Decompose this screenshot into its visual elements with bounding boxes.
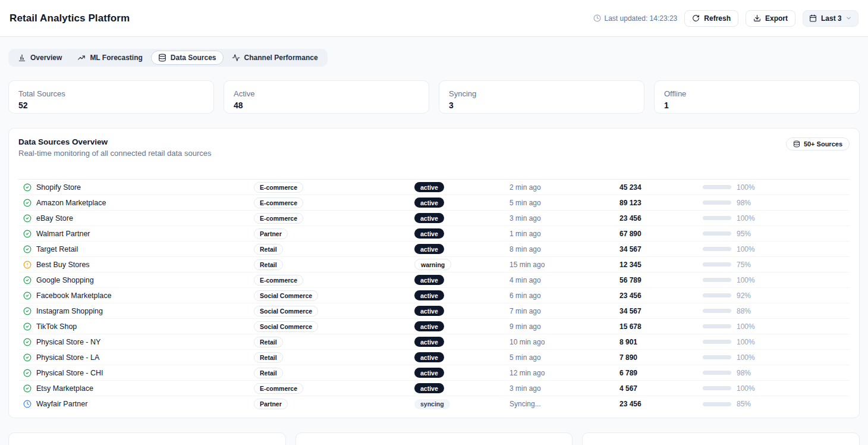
- source-name-cell: Walmart Partner: [23, 230, 254, 238]
- health-bar-track: [703, 324, 731, 328]
- records-cell: 67 890: [619, 230, 703, 238]
- tab-overview[interactable]: Overview: [11, 51, 69, 65]
- source-name-cell: Wayfair Partner: [23, 400, 254, 408]
- status-badge: active: [414, 290, 444, 300]
- health-percent: 100%: [737, 245, 755, 253]
- records-cell: 56 789: [619, 276, 703, 284]
- source-name: Instagram Shopping: [36, 307, 103, 315]
- category-cell: Retail: [254, 368, 414, 378]
- last-sync-cell: 6 min ago: [510, 292, 619, 300]
- last-sync-cell: 12 min ago: [510, 369, 619, 377]
- export-button[interactable]: Export: [746, 10, 795, 27]
- date-range-select[interactable]: Last 30 da: [803, 10, 858, 27]
- check-circle-icon: [23, 292, 32, 300]
- table-row: Physical Store - LA Retail active 5 min …: [18, 350, 850, 365]
- stat-label: Active: [234, 89, 419, 98]
- health-cell: 98%: [703, 369, 850, 377]
- table-body: Shopify Store E-commerce active 2 min ag…: [18, 180, 850, 412]
- health-cell: 92%: [703, 292, 850, 300]
- source-name-cell: Amazon Marketplace: [23, 199, 254, 207]
- category-pill: E-commerce: [254, 275, 303, 286]
- status-cell: active: [414, 182, 510, 192]
- check-circle-icon: [23, 338, 32, 346]
- card-title: Data Sources Overview: [18, 137, 211, 146]
- health-bar-track: [703, 231, 731, 236]
- status-badge: warning: [414, 259, 451, 270]
- tab-ml-forecasting[interactable]: ML Forecasting: [70, 51, 149, 65]
- last-sync-cell: 2 min ago: [510, 183, 619, 192]
- status-cell: active: [414, 306, 510, 316]
- health-cell: 100%: [703, 353, 850, 362]
- health-cell: 100%: [703, 338, 850, 346]
- health-bar-track: [703, 278, 731, 282]
- health-bar-track: [703, 200, 731, 205]
- check-circle-icon: [23, 353, 32, 362]
- health-percent: 100%: [737, 353, 755, 362]
- tab-label: ML Forecasting: [90, 54, 142, 62]
- tab-data-sources[interactable]: Data Sources: [151, 51, 224, 65]
- status-cell: active: [414, 352, 510, 362]
- chevron-down-icon: [845, 15, 852, 21]
- table-row: Best Buy Stores Retail warning 15 min ag…: [18, 257, 850, 272]
- source-name-cell: Physical Store - NY: [23, 338, 254, 346]
- trending-up-icon: [77, 54, 86, 62]
- table-row: Wayfair Partner Partner syncing Syncing.…: [18, 396, 850, 412]
- category-cell: E-commerce: [254, 198, 414, 208]
- category-cell: E-commerce: [254, 275, 414, 286]
- stat-value: 1: [664, 101, 850, 110]
- tab-channel-performance[interactable]: Channel Performance: [225, 51, 325, 65]
- health-cell: 100%: [703, 322, 850, 331]
- main-content: Overview ML Forecasting Data Sources: [0, 37, 868, 445]
- health-cell: 75%: [703, 261, 850, 269]
- records-cell: 23 456: [619, 214, 703, 223]
- health-cell: 100%: [703, 245, 850, 253]
- table-row: Walmart Partner Partner active 1 min ago…: [18, 226, 850, 242]
- table-row: Physical Store - CHI Retail active 12 mi…: [18, 365, 850, 381]
- last-sync-cell: 1 min ago: [510, 230, 619, 238]
- table-header-row: [18, 174, 850, 180]
- category-cell: Social Commerce: [254, 290, 414, 301]
- table-row: eBay Store E-commerce active 3 min ago 2…: [18, 211, 850, 226]
- check-circle-icon: [23, 199, 32, 207]
- status-badge: active: [414, 383, 444, 393]
- category-pill: Partner: [254, 399, 288, 409]
- status-cell: active: [414, 244, 510, 254]
- source-name: Google Shopping: [36, 276, 94, 284]
- category-pill: Retail: [254, 368, 283, 378]
- check-circle-icon: [23, 322, 32, 331]
- status-badge: active: [414, 244, 444, 254]
- check-circle-icon: [23, 230, 32, 238]
- data-sources-heading: Data Sources Overview Real-time monitori…: [18, 137, 211, 158]
- last-sync-cell: 4 min ago: [510, 276, 619, 284]
- check-circle-icon: [23, 369, 32, 377]
- page-title: Retail Analytics Platform: [10, 12, 130, 24]
- records-cell: 4 567: [619, 384, 703, 393]
- records-cell: 7 890: [619, 353, 703, 362]
- category-pill: Social Commerce: [254, 290, 318, 301]
- health-cell: 100%: [703, 384, 850, 393]
- category-pill: Retail: [254, 259, 283, 270]
- health-bar-track: [703, 371, 731, 375]
- status-cell: active: [414, 337, 510, 347]
- health-bar-track: [703, 386, 731, 390]
- source-name-cell: Shopify Store: [23, 183, 254, 192]
- last-sync-cell: 9 min ago: [510, 322, 619, 331]
- table-row: Etsy Marketplace E-commerce active 3 min…: [18, 381, 850, 396]
- clock-icon: [23, 400, 32, 408]
- stat-value: 52: [18, 101, 204, 110]
- health-percent: 95%: [737, 230, 751, 238]
- health-cell: 100%: [703, 276, 850, 284]
- status-cell: active: [414, 275, 510, 285]
- health-percent: 100%: [737, 384, 755, 393]
- calendar-icon: [809, 14, 817, 22]
- category-pill: E-commerce: [254, 383, 303, 394]
- metric-card: API Reliability: [582, 433, 860, 445]
- table-row: Facebook Marketplace Social Commerce act…: [18, 288, 850, 303]
- top-bar: Retail Analytics Platform Last updated: …: [0, 0, 868, 37]
- refresh-label: Refresh: [704, 14, 731, 23]
- health-bar-track: [703, 262, 731, 267]
- check-circle-icon: [23, 307, 32, 315]
- health-percent: 98%: [737, 199, 751, 207]
- refresh-button[interactable]: Refresh: [684, 10, 738, 27]
- metric-card: Data Points Collected: [8, 433, 286, 445]
